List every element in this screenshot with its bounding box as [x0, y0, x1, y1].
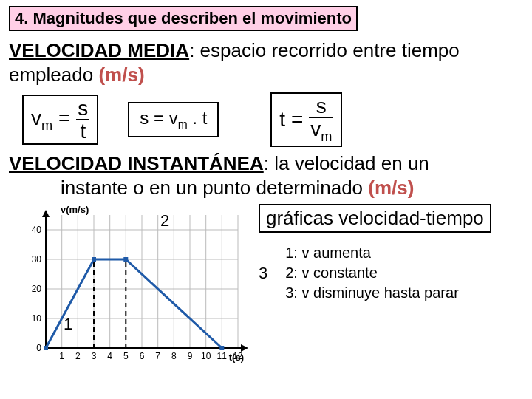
- eq-s: s = vm . t: [128, 102, 219, 137]
- eq-s-left: s = v: [140, 108, 177, 128]
- svg-text:11: 11: [217, 351, 228, 361]
- def2-text1: : la velocidad en un: [264, 152, 429, 174]
- eq-vm: vm = s t: [22, 95, 98, 146]
- frac-num-s: s: [76, 98, 89, 119]
- frac-s-over-vm: s vm: [309, 95, 333, 144]
- section-title: 4. Magnitudes que describen el movimient…: [9, 6, 358, 31]
- frac-s-over-t: s t: [76, 98, 89, 143]
- svg-text:9: 9: [188, 351, 193, 361]
- def2-text2: instante o en un punto determinado: [61, 177, 368, 199]
- svg-text:30: 30: [32, 254, 42, 265]
- svg-rect-44: [219, 346, 224, 350]
- eq-s-tail: . t: [188, 108, 208, 128]
- svg-text:10: 10: [201, 351, 211, 361]
- chart-velocity-time: 0 10 20 30 40 1 2 3 4 5 6 7 8 9 10 11 12: [9, 204, 253, 370]
- svg-rect-41: [44, 346, 48, 350]
- svg-text:7: 7: [155, 351, 160, 361]
- svg-text:20: 20: [32, 284, 42, 294]
- svg-rect-43: [123, 257, 128, 262]
- legend-1: 1: v aumenta: [285, 243, 459, 263]
- term-velocidad-instantanea: VELOCIDAD INSTANTÁNEA: [9, 152, 264, 174]
- frac2-den-v: v: [310, 117, 321, 140]
- svg-text:4: 4: [107, 351, 112, 361]
- chart-annotation-3: 3: [259, 264, 267, 283]
- legend-3: 3: v disminuye hasta parar: [285, 283, 459, 303]
- svg-text:40: 40: [32, 225, 42, 235]
- def-velocidad-instantanea: VELOCIDAD INSTANTÁNEA: la velocidad en u…: [9, 151, 523, 200]
- t-lhs: t =: [279, 108, 303, 132]
- svg-rect-42: [92, 257, 96, 262]
- chart-annotation-1: 1: [64, 315, 72, 334]
- vm-v: v: [31, 106, 41, 129]
- chart-annotation-2: 2: [160, 211, 169, 231]
- svg-text:10: 10: [32, 313, 42, 324]
- eq-t: t = s vm: [270, 92, 342, 147]
- svg-marker-19: [42, 210, 50, 217]
- legend-2: 2: v constante: [285, 263, 459, 283]
- svg-text:8: 8: [171, 351, 177, 361]
- svg-text:1: 1: [59, 351, 64, 361]
- svg-text:5: 5: [123, 351, 129, 361]
- svg-text:2: 2: [75, 351, 81, 361]
- frac-den-t: t: [78, 120, 87, 142]
- frac2-num: s: [315, 95, 328, 117]
- vm-equals: =: [52, 106, 70, 129]
- frac2-den-sub: m: [321, 129, 332, 144]
- def-velocidad-media: VELOCIDAD MEDIA: espacio recorrido entre…: [9, 38, 523, 86]
- x-axis-label: t(s): [229, 352, 244, 363]
- svg-text:0: 0: [36, 343, 41, 353]
- vm-lhs: vm =: [31, 106, 70, 134]
- svg-text:3: 3: [92, 351, 97, 361]
- svg-text:6: 6: [140, 351, 145, 361]
- frac2-den: vm: [309, 118, 333, 144]
- vm-sub: m: [41, 117, 52, 132]
- equations-row: vm = s t s = vm . t t = s vm: [22, 92, 523, 147]
- y-axis-label: v(m/s): [61, 204, 89, 215]
- def2-unit: (m/s): [368, 177, 414, 199]
- grafbox-title: gráficas velocidad-tiempo: [259, 204, 491, 233]
- chart-svg: 0 10 20 30 40 1 2 3 4 5 6 7 8 9 10 11 12: [9, 204, 253, 370]
- segment-legend: 1: v aumenta 2: v constante 3: v disminu…: [285, 243, 459, 303]
- eq-s-sub: m: [178, 118, 188, 131]
- def1-unit: (m/s): [98, 64, 144, 86]
- term-velocidad-media: VELOCIDAD MEDIA: [9, 39, 189, 61]
